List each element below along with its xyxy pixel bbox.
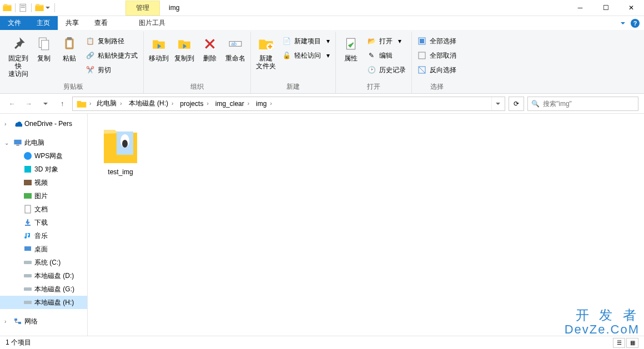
folder-icon[interactable] [34, 3, 44, 13]
scissors-icon: ✂️ [85, 65, 94, 74]
sidebar-item-wps[interactable]: WPS网盘 [0, 149, 87, 163]
select-none-button[interactable]: 全部取消 [417, 49, 456, 62]
breadcrumb-img-clear[interactable]: img_clear› [212, 97, 253, 110]
documents-icon [23, 205, 32, 214]
svg-rect-1 [21, 6, 26, 7]
copy-button[interactable]: 复制 [32, 34, 56, 63]
up-button[interactable]: ↑ [56, 97, 69, 110]
forward-button[interactable]: → [22, 97, 36, 110]
sidebar-item-drive-c[interactable]: 系统 (C:) [0, 256, 87, 269]
breadcrumb-this-pc[interactable]: 此电脑› [93, 97, 125, 110]
address-dropdown-button[interactable] [491, 97, 504, 110]
sidebar-item-pictures[interactable]: 图片 [0, 189, 87, 203]
open-icon: 📂 [367, 37, 376, 45]
delete-button[interactable]: 删除 [198, 34, 222, 63]
address-bar[interactable]: › 此电脑› 本地磁盘 (H:)› projects› img_clear› i… [72, 97, 505, 111]
folder-name: test_img [108, 168, 133, 176]
sidebar-item-this-pc[interactable]: ⌄此电脑 [0, 136, 87, 149]
group-label: 组织 [147, 80, 247, 93]
open-button[interactable]: 📂打开▾ [367, 35, 406, 47]
sidebar-item-drive-d[interactable]: 本地磁盘 (D:) [0, 269, 87, 282]
pin-to-quick-access-button[interactable]: 固定到快 速访问 [7, 34, 30, 79]
invert-selection-button[interactable]: 反向选择 [417, 64, 456, 76]
thumbnails-view-button[interactable]: ▦ [626, 338, 638, 348]
recent-locations-button[interactable] [39, 97, 52, 110]
move-icon [150, 35, 168, 53]
pictures-icon [23, 191, 32, 200]
group-label: 剪贴板 [7, 80, 140, 93]
select-all-button[interactable]: 全部选择 [417, 35, 456, 47]
tab-view[interactable]: 查看 [87, 16, 115, 30]
breadcrumb-drive-h[interactable]: 本地磁盘 (H:)› [125, 97, 177, 110]
sidebar-item-downloads[interactable]: 下载 [0, 216, 87, 229]
navigation-bar: ← → ↑ › 此电脑› 本地磁盘 (H:)› projects› img_cl… [0, 94, 644, 114]
maximize-button[interactable]: ☐ [593, 0, 618, 16]
svg-rect-17 [16, 145, 19, 145]
sidebar-item-drive-g[interactable]: 本地磁盘 (G:) [0, 282, 87, 296]
wps-icon [23, 151, 32, 160]
folder-icon [2, 3, 12, 13]
downloads-icon [23, 218, 32, 227]
back-button[interactable]: ← [6, 97, 19, 110]
new-folder-button[interactable]: 新建 文件夹 [254, 34, 278, 71]
tab-picture-tools[interactable]: 图片工具 [131, 16, 173, 30]
select-all-icon [417, 37, 426, 45]
content-pane[interactable]: test_img [88, 114, 644, 336]
move-to-button[interactable]: 移动到 [147, 34, 170, 63]
sidebar-item-network[interactable]: ›网络 [0, 315, 87, 328]
tab-share[interactable]: 共享 [58, 16, 87, 30]
ribbon-group-select: 全部选择 全部取消 反向选择 选择 [412, 32, 462, 93]
tab-file[interactable]: 文件 [0, 16, 29, 30]
new-item-button[interactable]: 📄新建项目▾ [282, 35, 330, 47]
folder-icon [76, 98, 87, 109]
svg-rect-2 [21, 7, 26, 8]
svg-rect-6 [67, 41, 72, 48]
svg-rect-26 [24, 287, 32, 291]
cut-button[interactable]: ✂️剪切 [85, 64, 138, 76]
properties-button[interactable]: 属性 [339, 34, 363, 63]
minimize-button[interactable]: ─ [567, 0, 593, 16]
easy-access-icon: 🔓 [282, 51, 291, 60]
navigation-pane[interactable]: ›OneDrive - Pers ⌄此电脑 WPS网盘 3D 对象 视频 图片 … [0, 114, 88, 336]
svg-point-32 [122, 140, 128, 148]
disk-icon [23, 285, 32, 294]
sidebar-item-3d[interactable]: 3D 对象 [0, 163, 87, 176]
copy-to-button[interactable]: 复制到 [173, 34, 196, 63]
sidebar-item-videos[interactable]: 视频 [0, 176, 87, 189]
history-button[interactable]: 🕑历史记录 [367, 64, 406, 76]
collapse-ribbon-icon[interactable] [621, 22, 625, 24]
sidebar-item-desktop[interactable]: 桌面 [0, 242, 87, 256]
breadcrumb-projects[interactable]: projects› [177, 97, 212, 110]
paste-button[interactable]: 粘贴 [58, 34, 81, 63]
copy-to-icon [175, 35, 193, 53]
shortcut-icon: 🔗 [85, 51, 94, 60]
paste-shortcut-button[interactable]: 🔗粘贴快捷方式 [85, 49, 138, 62]
breadcrumb-img[interactable]: img› [253, 97, 275, 110]
qat-dropdown-icon[interactable] [46, 7, 50, 9]
close-button[interactable]: ✕ [618, 0, 644, 16]
sidebar-item-documents[interactable]: 文档 [0, 203, 87, 216]
properties-icon[interactable] [18, 3, 28, 13]
svg-rect-27 [24, 301, 32, 304]
sidebar-item-music[interactable]: 音乐 [0, 229, 87, 242]
details-view-button[interactable]: ☰ [613, 338, 625, 348]
search-box[interactable]: 🔍 [527, 97, 638, 111]
search-input[interactable] [543, 100, 635, 108]
svg-rect-20 [24, 180, 32, 185]
help-icon[interactable]: ? [631, 19, 640, 28]
refresh-button[interactable]: ⟳ [509, 97, 524, 111]
context-tab-manage[interactable]: 管理 [125, 1, 160, 16]
svg-text:ab: ab [231, 41, 237, 47]
sidebar-item-drive-h[interactable]: 本地磁盘 (H:) [0, 296, 87, 309]
rename-button[interactable]: ab 重命名 [224, 34, 247, 63]
tab-home[interactable]: 主页 [29, 16, 58, 30]
sidebar-item-onedrive[interactable]: ›OneDrive - Pers [0, 117, 87, 130]
easy-access-button[interactable]: 🔓轻松访问▾ [282, 49, 330, 62]
group-label: 选择 [415, 80, 459, 93]
edit-button[interactable]: ✎编辑 [367, 49, 406, 62]
window-title: img [160, 4, 188, 12]
folder-item-test-img[interactable]: test_img [95, 122, 145, 176]
ribbon: 固定到快 速访问 复制 粘贴 📋复制路径 🔗粘贴快捷方式 ✂️剪切 剪贴板 移动… [0, 30, 644, 94]
ribbon-group-open: 属性 📂打开▾ ✎编辑 🕑历史记录 打开 [336, 32, 412, 93]
copy-path-button[interactable]: 📋复制路径 [85, 35, 138, 47]
